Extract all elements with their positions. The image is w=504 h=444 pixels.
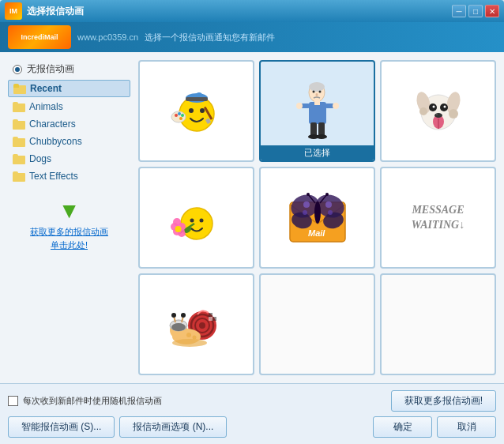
anim-cell-5[interactable]: Mail: [259, 167, 375, 269]
radio-dot-inner: [15, 67, 20, 72]
folder-icon-texteffects: [13, 171, 25, 182]
svg-point-1: [189, 108, 194, 113]
close-button[interactable]: ✕: [485, 5, 499, 17]
sidebar-item-texteffects[interactable]: Text Effects: [8, 168, 130, 184]
title-controls: ─ □ ✕: [452, 5, 499, 17]
get-more-text[interactable]: 获取更多的报信动画 单击此处!: [30, 225, 108, 251]
svg-point-14: [309, 82, 325, 92]
folder-open-icon: [13, 84, 26, 94]
svg-point-43: [200, 218, 204, 222]
svg-point-34: [444, 105, 446, 107]
anim-cell-9[interactable]: [380, 273, 496, 375]
svg-point-2: [200, 108, 205, 113]
svg-rect-5: [186, 97, 208, 101]
svg-rect-18: [309, 102, 326, 124]
svg-point-60: [328, 210, 333, 215]
watermark-banner: IncrediMail www.pc0359.cn 选择一个报信动画通知您有新邮…: [0, 22, 504, 52]
svg-point-17: [316, 93, 318, 96]
watermark-tagline: 选择一个报信动画通知您有新邮件: [145, 32, 275, 43]
get-more-line1: 获取更多的报信动画: [30, 227, 108, 236]
svg-point-76: [171, 313, 176, 318]
no-anim-radio[interactable]: [13, 65, 22, 74]
svg-point-27: [316, 134, 327, 139]
svg-point-11: [181, 114, 184, 117]
app-logo: IM: [5, 2, 22, 20]
svg-point-80: [192, 335, 196, 339]
sidebar: 无报信动画 Recent Animals Characters Chubbyco…: [8, 60, 130, 375]
anim-cell-7[interactable]: [138, 273, 254, 375]
snail-svg: [169, 297, 224, 352]
sidebar-label-chubbycons: Chubbycons: [29, 136, 82, 147]
svg-point-78: [181, 313, 186, 318]
svg-rect-85: [213, 317, 216, 321]
svg-point-12: [179, 117, 182, 120]
anim-cell-6[interactable]: MESSAGE WAITING↓: [380, 167, 496, 269]
svg-point-16: [319, 91, 322, 93]
flower-emoji-svg: [171, 190, 222, 246]
svg-point-63: [307, 193, 310, 196]
anim-cell-3[interactable]: [380, 60, 496, 162]
svg-point-15: [313, 91, 315, 93]
confirm-button[interactable]: 确定: [373, 416, 432, 438]
svg-point-10: [178, 112, 181, 115]
svg-point-23: [333, 103, 339, 109]
anim-options-button[interactable]: 报信动画选项 (N)...: [119, 416, 227, 438]
get-more-anim-button[interactable]: 获取更多报信动画!: [391, 390, 496, 412]
title-bar: IM 选择报信动画 ─ □ ✕: [0, 0, 504, 22]
folder-icon-dogs: [13, 154, 25, 164]
painter-emoji-svg: [169, 84, 224, 139]
sidebar-item-chubbycons[interactable]: Chubbycons: [8, 134, 130, 149]
svg-point-40: [449, 109, 458, 119]
minimize-button[interactable]: ─: [452, 5, 466, 17]
sidebar-item-characters[interactable]: Characters: [8, 116, 130, 132]
svg-point-79: [186, 333, 191, 337]
selected-label: 已选择: [261, 145, 374, 160]
svg-point-41: [181, 208, 213, 239]
bottom-bar: 每次收到新邮件时使用随机报信动画 获取更多报信动画! 智能报信动画 (S)...…: [0, 383, 504, 444]
sidebar-label-animals: Animals: [29, 101, 63, 112]
watermark-logo: IncrediMail: [8, 25, 71, 49]
smart-anim-button[interactable]: 智能报信动画 (S)...: [8, 416, 115, 438]
svg-point-74: [171, 323, 186, 331]
sidebar-item-recent[interactable]: Recent: [8, 80, 130, 97]
sidebar-label-texteffects: Text Effects: [29, 171, 78, 182]
maximize-button[interactable]: □: [468, 5, 483, 17]
dialog-body: 无报信动画 Recent Animals Characters Chubbyco…: [0, 52, 504, 444]
random-anim-checkbox[interactable]: [8, 396, 18, 406]
svg-point-39: [419, 107, 427, 115]
folder-icon-chubbycons: [13, 137, 25, 147]
sidebar-label-dogs: Dogs: [29, 153, 51, 164]
svg-rect-82: [209, 313, 213, 317]
butterfly-mail-svg: Mail: [286, 190, 349, 246]
down-arrow-icon: ▼: [58, 200, 81, 222]
sidebar-item-animals[interactable]: Animals: [8, 99, 130, 115]
anim-cell-2[interactable]: 已选择: [259, 60, 375, 162]
svg-point-22: [296, 103, 303, 109]
svg-point-42: [190, 218, 194, 222]
dog-face-svg: [412, 84, 464, 139]
get-more-line2: 单击此处!: [51, 240, 88, 250]
message-waiting-text: MESSAGE WAITING↓: [412, 203, 465, 231]
svg-text:Mail: Mail: [308, 228, 325, 238]
anim-cell-1[interactable]: [138, 60, 254, 162]
character-man-svg: [291, 81, 343, 141]
svg-point-32: [433, 105, 435, 107]
folder-icon-characters: [13, 119, 25, 130]
sidebar-label-recent: Recent: [30, 83, 62, 94]
cancel-button[interactable]: 取消: [437, 416, 496, 438]
anim-cell-4[interactable]: [138, 167, 254, 269]
no-animation-option[interactable]: 无报信动画: [8, 60, 130, 78]
svg-point-48: [173, 218, 181, 226]
svg-point-57: [303, 201, 310, 208]
svg-point-59: [303, 210, 307, 215]
svg-point-50: [175, 226, 182, 232]
svg-rect-19: [314, 100, 320, 105]
watermark-url: www.pc0359.cn: [77, 32, 138, 42]
anim-cell-8[interactable]: [259, 273, 375, 375]
title-left: IM 选择报信动画: [5, 2, 84, 20]
get-more-link[interactable]: ▼ 获取更多的报信动画 单击此处!: [8, 197, 130, 254]
svg-point-58: [325, 201, 332, 208]
dialog-title: 选择报信动画: [27, 5, 84, 18]
sidebar-item-dogs[interactable]: Dogs: [8, 151, 130, 167]
svg-point-70: [199, 322, 205, 329]
